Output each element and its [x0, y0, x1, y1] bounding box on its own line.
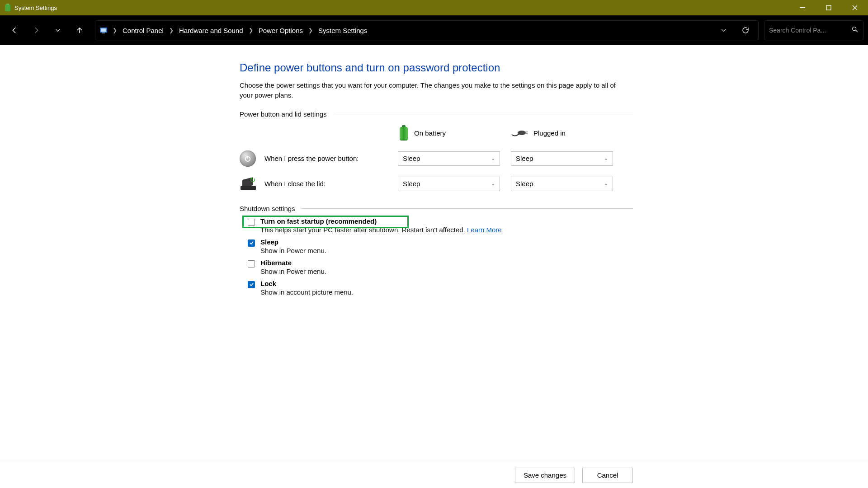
titlebar: System Settings — [0, 0, 868, 15]
columns-header: On battery Plugged in — [240, 121, 633, 146]
address-bar[interactable]: ❯ Control Panel ❯ Hardware and Sound ❯ P… — [95, 20, 759, 40]
group-label-text: Shutdown settings — [240, 205, 295, 212]
checkbox-lock[interactable] — [248, 281, 255, 288]
row-close-lid: ↻ When I close the lid: Sleep⌄ Sleep⌄ — [240, 171, 633, 197]
power-button-icon — [240, 150, 256, 167]
row-close-lid-label: When I close the lid: — [264, 180, 398, 188]
breadcrumb-control-panel[interactable]: Control Panel — [122, 25, 165, 36]
checkbox-hibernate[interactable] — [248, 260, 255, 267]
svg-rect-1 — [5, 5, 10, 11]
back-button[interactable] — [5, 20, 24, 40]
chevron-down-icon: ⌄ — [604, 181, 608, 187]
forward-button[interactable] — [26, 20, 46, 40]
select-lid-plugged[interactable]: Sleep⌄ — [511, 177, 613, 191]
address-dropdown-button[interactable] — [715, 21, 733, 39]
row-power-button: When I press the power button: Sleep⌄ Sl… — [240, 146, 633, 171]
chevron-right-icon: ❯ — [168, 27, 175, 33]
option-title: Turn on fast startup (recommended) — [260, 217, 502, 225]
select-power-button-plugged[interactable]: Sleep⌄ — [511, 151, 613, 166]
chevron-down-icon: ⌄ — [604, 155, 608, 161]
up-button[interactable] — [70, 20, 90, 40]
option-title: Hibernate — [260, 259, 326, 267]
search-box[interactable] — [764, 20, 863, 40]
option-title: Sleep — [260, 238, 326, 246]
footer: Save changes Cancel — [0, 462, 868, 488]
refresh-button[interactable] — [736, 21, 755, 39]
recent-locations-button[interactable] — [48, 20, 68, 40]
cancel-button[interactable]: Cancel — [582, 468, 633, 483]
group-label-text: Power button and lid settings — [240, 110, 327, 118]
search-icon — [851, 26, 859, 35]
battery-app-icon — [4, 4, 12, 12]
chevron-right-icon: ❯ — [112, 27, 118, 33]
maximize-button[interactable] — [816, 0, 842, 15]
option-lock: Lock Show in account picture menu. — [240, 277, 633, 298]
svg-rect-5 — [101, 28, 106, 32]
learn-more-link[interactable]: Learn More — [467, 226, 502, 234]
chevron-down-icon: ⌄ — [491, 181, 495, 187]
option-desc: Show in account picture menu. — [260, 288, 353, 296]
option-desc: Show in Power menu. — [260, 267, 326, 275]
window-title: System Settings — [14, 5, 57, 11]
search-input[interactable] — [769, 27, 851, 34]
svg-point-7 — [853, 27, 856, 31]
chevron-down-icon: ⌄ — [491, 155, 495, 161]
option-desc: This helps start your PC faster after sh… — [260, 226, 502, 234]
svg-point-8 — [518, 131, 526, 135]
breadcrumb-system-settings[interactable]: System Settings — [317, 25, 368, 36]
select-power-button-battery[interactable]: Sleep⌄ — [398, 151, 500, 166]
select-lid-battery[interactable]: Sleep⌄ — [398, 177, 500, 191]
group-power-button-lid: Power button and lid settings — [240, 110, 633, 118]
checkbox-fast-startup[interactable] — [248, 219, 255, 226]
laptop-lid-icon: ↻ — [240, 177, 257, 191]
svg-rect-6 — [102, 33, 105, 33]
chevron-right-icon: ❯ — [307, 27, 314, 33]
svg-rect-9 — [525, 131, 528, 132]
column-on-battery: On battery — [414, 129, 446, 137]
option-title: Lock — [260, 280, 353, 287]
group-shutdown-settings: Shutdown settings — [240, 205, 633, 212]
svg-rect-3 — [826, 5, 831, 10]
column-plugged-in: Plugged in — [533, 129, 566, 137]
save-changes-button[interactable]: Save changes — [515, 468, 575, 483]
checkbox-sleep[interactable] — [248, 239, 255, 247]
minimize-button[interactable] — [789, 0, 816, 15]
navbar: ❯ Control Panel ❯ Hardware and Sound ❯ P… — [0, 15, 868, 45]
svg-rect-2 — [800, 7, 805, 8]
option-hibernate: Hibernate Show in Power menu. — [240, 257, 633, 277]
page-title: Define power buttons and turn on passwor… — [240, 61, 633, 74]
option-sleep: Sleep Show in Power menu. — [240, 236, 633, 257]
chevron-right-icon: ❯ — [248, 27, 254, 33]
battery-icon — [398, 125, 410, 141]
breadcrumb-power-options[interactable]: Power Options — [258, 25, 304, 36]
option-desc: Show in Power menu. — [260, 247, 326, 254]
svg-rect-10 — [525, 133, 528, 134]
row-power-button-label: When I press the power button: — [264, 155, 398, 162]
option-fast-startup: Turn on fast startup (recommended) This … — [240, 215, 633, 236]
page-description: Choose the power settings that you want … — [240, 80, 628, 100]
plug-icon — [511, 128, 529, 138]
close-button[interactable] — [842, 0, 868, 15]
breadcrumb-hardware-sound[interactable]: Hardware and Sound — [178, 25, 244, 36]
svg-rect-0 — [6, 4, 9, 5]
content-area: Define power buttons and turn on passwor… — [240, 45, 633, 298]
control-panel-icon — [99, 26, 108, 35]
